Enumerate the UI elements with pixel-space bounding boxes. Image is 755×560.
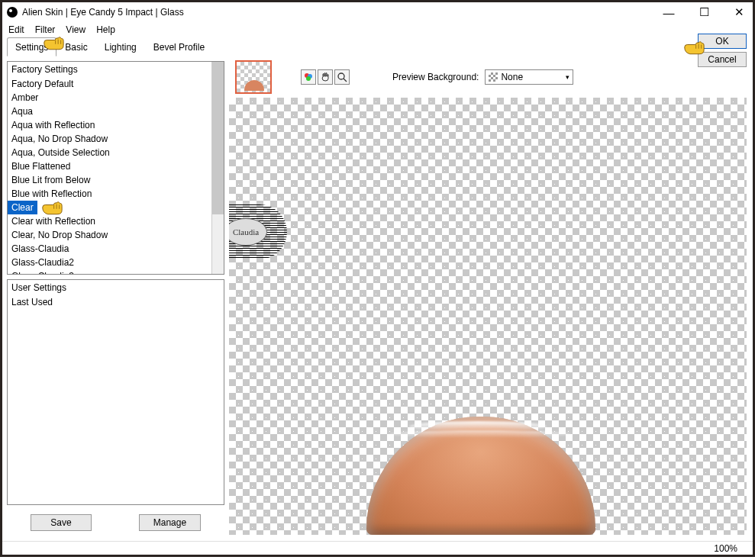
titlebar: Alien Skin | Eye Candy 5 Impact | Glass … <box>2 2 753 22</box>
menubar: Edit Filter View Help <box>2 22 753 37</box>
app-icon <box>7 7 18 18</box>
list-item[interactable]: Glass-Claudia3 <box>8 269 211 274</box>
preview-bg-select[interactable]: None ▾ <box>485 69 573 85</box>
glass-preview-shape <box>366 417 595 535</box>
chevron-down-icon: ▾ <box>566 73 569 81</box>
watermark: Claudia <box>229 204 287 259</box>
user-settings-list[interactable]: User Settings Last Used <box>7 279 224 505</box>
list-item[interactable]: Glass-Claudia <box>8 242 211 256</box>
list-item[interactable]: Aqua, Outside Selection <box>8 146 211 159</box>
minimize-button[interactable]: — <box>658 5 679 20</box>
tab-lighting[interactable]: Lighting <box>96 37 145 56</box>
window-controls: — ☐ ✕ <box>658 5 750 20</box>
list-item-selected[interactable]: Clear <box>8 201 37 214</box>
menu-filter[interactable]: Filter <box>35 24 56 35</box>
list-item[interactable]: Blue with Reflection <box>8 187 211 201</box>
right-panel: OK Cancel Preview Background: None ▾ Cla… <box>229 56 753 541</box>
pointing-hand-icon <box>43 34 64 51</box>
list-item[interactable]: Aqua <box>8 105 211 118</box>
scrollbar[interactable] <box>211 62 224 274</box>
manage-button[interactable]: Manage <box>139 514 201 531</box>
zoom-level: 100% <box>714 543 737 554</box>
main-area: Factory Settings Factory Default Amber A… <box>2 56 753 541</box>
ok-button[interactable]: OK <box>698 34 747 49</box>
pointing-hand-icon <box>41 199 63 216</box>
statusbar: 100% <box>2 541 753 555</box>
pointing-hand-icon <box>683 39 705 56</box>
preview-thumbnail[interactable] <box>235 60 272 94</box>
tab-bevel-profile[interactable]: Bevel Profile <box>145 37 213 56</box>
list-item[interactable]: Clear with Reflection <box>8 214 211 228</box>
hand-pan-icon[interactable] <box>318 69 333 85</box>
list-item[interactable]: Amber <box>8 91 211 105</box>
list-item[interactable]: Aqua, No Drop Shadow <box>8 132 211 146</box>
cancel-button[interactable]: Cancel <box>698 52 747 67</box>
user-settings-header: User Settings <box>8 280 224 295</box>
left-panel: Factory Settings Factory Default Amber A… <box>2 56 229 541</box>
tab-bar: Settings Basic Lighting Bevel Profile <box>2 37 753 56</box>
list-item[interactable]: Glass-Claudia2 <box>8 256 211 269</box>
list-item[interactable]: Blue Flattened <box>8 159 211 173</box>
list-item[interactable]: Clear, No Drop Shadow <box>8 228 211 242</box>
list-item[interactable]: Last Used <box>8 295 224 309</box>
list-item[interactable]: Aqua with Reflection <box>8 118 211 132</box>
bottom-buttons: Save Manage <box>7 510 224 536</box>
zoom-icon[interactable] <box>334 69 350 85</box>
svg-point-3 <box>338 73 344 79</box>
close-button[interactable]: ✕ <box>728 5 750 20</box>
action-buttons: OK Cancel <box>698 34 747 67</box>
maximize-button[interactable]: ☐ <box>693 5 715 20</box>
preview-canvas[interactable]: Claudia <box>229 98 747 535</box>
menu-view[interactable]: View <box>66 24 86 35</box>
preview-bg-value: None <box>501 72 523 82</box>
factory-settings-list[interactable]: Factory Settings Factory Default Amber A… <box>7 61 224 275</box>
preview-toolbar: Preview Background: None ▾ <box>229 56 753 98</box>
list-item[interactable]: Blue Lit from Below <box>8 173 211 187</box>
color-picker-icon[interactable] <box>301 69 316 85</box>
list-item[interactable]: Factory Default <box>8 77 211 91</box>
svg-line-4 <box>344 79 347 82</box>
menu-help[interactable]: Help <box>96 24 115 35</box>
menu-edit[interactable]: Edit <box>8 24 24 35</box>
svg-point-2 <box>306 76 311 81</box>
preview-bg-label: Preview Background: <box>392 72 479 82</box>
factory-settings-header: Factory Settings <box>8 62 211 77</box>
checker-swatch-icon <box>489 72 498 82</box>
save-button[interactable]: Save <box>31 514 92 531</box>
window-title: Alien Skin | Eye Candy 5 Impact | Glass <box>22 7 658 18</box>
